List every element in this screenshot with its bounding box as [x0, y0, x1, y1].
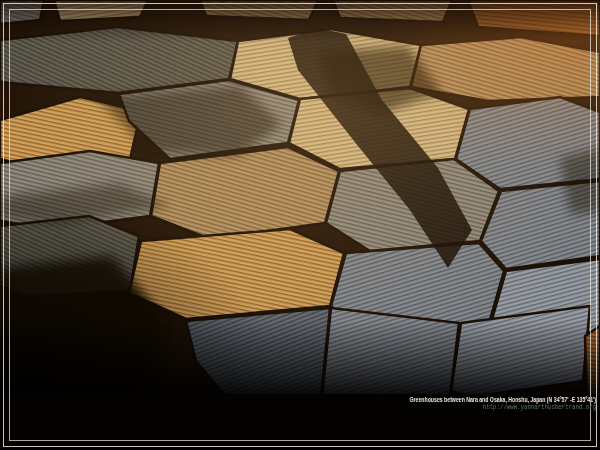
bottom-fade-overlay: [0, 320, 600, 396]
wallpaper: Greenhouses between Nara and Osaka, Hons…: [0, 0, 600, 450]
aerial-photo: [0, 0, 600, 450]
bottom-black-band: [0, 394, 600, 450]
